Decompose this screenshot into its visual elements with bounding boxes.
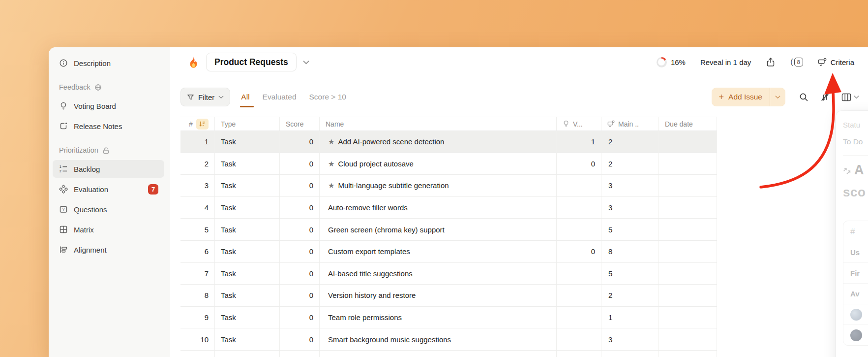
tab-evaluated[interactable]: Evaluated: [256, 93, 303, 101]
sidebar-item-backlog[interactable]: 1 2 Backlog: [53, 160, 164, 178]
criteria-button[interactable]: Criteria: [818, 58, 854, 66]
cell-name[interactable]: ★ Version history and restore: [320, 285, 557, 306]
column-header-score[interactable]: Score: [280, 117, 320, 130]
cell-votes[interactable]: 0: [557, 153, 601, 175]
panel-row-label[interactable]: Us: [843, 242, 868, 262]
cell-type[interactable]: Task: [215, 153, 280, 175]
star-icon[interactable]: ★: [328, 182, 334, 189]
cell-due-date[interactable]: [659, 307, 717, 328]
cell-due-date[interactable]: [659, 131, 717, 153]
cell-main-criteria[interactable]: 2: [601, 285, 659, 306]
column-header-num[interactable]: #: [180, 117, 215, 130]
cell-due-date[interactable]: [659, 175, 717, 196]
cell-name[interactable]: ★ Team role permissions: [320, 307, 557, 328]
cell-num[interactable]: 11: [180, 351, 215, 357]
cell-score[interactable]: 0: [280, 351, 320, 357]
table-row[interactable]: 2 Task 0 ★ Cloud project autosave 0 2: [180, 153, 717, 175]
sidebar-item-evaluation[interactable]: Evaluation 7: [53, 180, 164, 198]
cell-due-date[interactable]: [659, 328, 717, 350]
cell-main-criteria[interactable]: 1: [601, 351, 659, 357]
cell-main-criteria[interactable]: 3: [601, 328, 659, 350]
status-value[interactable]: To Do: [843, 137, 868, 146]
panel-row-label[interactable]: Av: [843, 283, 868, 304]
cell-due-date[interactable]: [659, 241, 717, 262]
column-header-due-date[interactable]: Due date: [659, 117, 717, 130]
cell-score[interactable]: 0: [280, 197, 320, 219]
cell-main-criteria[interactable]: 8: [601, 241, 659, 262]
cell-votes[interactable]: [557, 263, 601, 285]
table-row[interactable]: 3 Task 0 ★ Multi-language subtitle gener…: [180, 175, 717, 197]
cell-votes[interactable]: 0: [557, 241, 601, 262]
cell-due-date[interactable]: [659, 285, 717, 306]
cell-score[interactable]: 0: [280, 285, 320, 306]
cell-due-date[interactable]: [659, 219, 717, 240]
cell-score[interactable]: 0: [280, 307, 320, 328]
cell-num[interactable]: 10: [180, 328, 215, 350]
cell-name[interactable]: ★ Multi-language subtitle generation: [320, 175, 557, 196]
table-row[interactable]: 9 Task 0 ★ Team role permissions 1: [180, 307, 717, 329]
column-header-main-criteria[interactable]: Main ..: [601, 117, 659, 130]
cell-main-criteria[interactable]: 1: [601, 307, 659, 328]
sidebar-item-voting-board[interactable]: Voting Board: [53, 97, 164, 115]
cell-num[interactable]: 6: [180, 241, 215, 262]
cell-score[interactable]: 0: [280, 263, 320, 285]
columns-settings-button[interactable]: [841, 93, 859, 101]
cell-name[interactable]: ★ AI-based title suggestions: [320, 263, 557, 285]
cell-main-criteria[interactable]: 5: [601, 219, 659, 240]
cell-type[interactable]: Task: [215, 351, 280, 357]
cell-score[interactable]: 0: [280, 328, 320, 350]
reveal-countdown[interactable]: Reveal in 1 day: [700, 58, 751, 66]
cell-votes[interactable]: [557, 175, 601, 196]
search-icon[interactable]: [799, 93, 808, 102]
cell-num[interactable]: 2: [180, 153, 215, 175]
cell-due-date[interactable]: [659, 263, 717, 285]
panel-row-label[interactable]: Fir: [843, 262, 868, 283]
cell-score[interactable]: 0: [280, 175, 320, 196]
column-header-type[interactable]: Type: [215, 117, 280, 130]
column-header-votes[interactable]: V...: [557, 117, 601, 130]
cell-num[interactable]: 1: [180, 131, 215, 153]
table-row[interactable]: 4 Task 0 ★ Auto-remove filler words 3: [180, 197, 717, 219]
cell-due-date[interactable]: [659, 351, 717, 357]
cell-main-criteria[interactable]: 2: [601, 131, 659, 153]
sidebar-item-alignment[interactable]: Alignment: [53, 241, 164, 259]
cell-type[interactable]: Task: [215, 263, 280, 285]
star-icon[interactable]: ★: [328, 138, 334, 145]
panel-count-button[interactable]: ( 8: [790, 58, 803, 66]
cell-name[interactable]: ★ Cloud project autosave: [320, 153, 557, 175]
cell-score[interactable]: 0: [280, 219, 320, 240]
cell-name[interactable]: ★ Green screen (chroma key) support: [320, 219, 557, 240]
cell-name[interactable]: ★ Intro/outro templates: [320, 351, 557, 357]
cell-name[interactable]: ★ Auto-remove filler words: [320, 197, 557, 219]
cell-num[interactable]: 3: [180, 175, 215, 196]
cell-main-criteria[interactable]: 3: [601, 175, 659, 196]
cell-score[interactable]: 0: [280, 131, 320, 153]
cell-due-date[interactable]: [659, 153, 717, 175]
cell-type[interactable]: Task: [215, 285, 280, 306]
cell-score[interactable]: 0: [280, 241, 320, 262]
sidebar-item-matrix[interactable]: Matrix: [53, 221, 164, 238]
cell-score[interactable]: 0: [280, 153, 320, 175]
cell-votes[interactable]: [557, 219, 601, 240]
table-row[interactable]: 11 Task 0 ★ Intro/outro templates 1: [180, 351, 717, 357]
cell-type[interactable]: Task: [215, 241, 280, 262]
cell-votes[interactable]: [557, 351, 601, 357]
sidebar-item-release-notes[interactable]: Release Notes: [53, 117, 164, 135]
cell-votes[interactable]: [557, 328, 601, 350]
share-icon[interactable]: [766, 57, 776, 67]
sort-indicator-icon[interactable]: [196, 119, 209, 130]
table-row[interactable]: 10 Task 0 ★ Smart background music sugge…: [180, 328, 717, 351]
panel-row-avatar[interactable]: [843, 304, 868, 325]
cell-type[interactable]: Task: [215, 131, 280, 153]
cell-num[interactable]: 8: [180, 285, 215, 306]
cell-type[interactable]: Task: [215, 219, 280, 240]
cell-num[interactable]: 4: [180, 197, 215, 219]
panel-row-avatar[interactable]: [843, 325, 868, 345]
cell-num[interactable]: 7: [180, 263, 215, 285]
cell-name[interactable]: ★ Smart background music suggestions: [320, 328, 557, 350]
cell-name[interactable]: ★ Add AI-powered scene detection: [320, 131, 557, 153]
cell-type[interactable]: Task: [215, 328, 280, 350]
cell-type[interactable]: Task: [215, 307, 280, 328]
cell-votes[interactable]: [557, 197, 601, 219]
add-issue-chevron-down-icon[interactable]: [770, 88, 785, 106]
